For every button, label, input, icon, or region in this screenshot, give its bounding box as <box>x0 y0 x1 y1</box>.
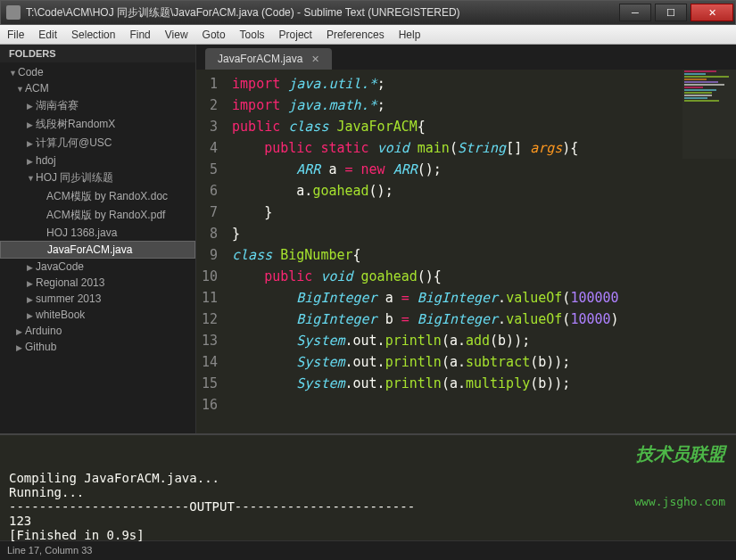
code-line[interactable]: public class JavaForACM{ <box>232 116 619 137</box>
main-area: FOLDERS ▼Code▼ACM▶湖南省赛▶线段树RandomX▶计算几何@U… <box>0 45 736 433</box>
code-line[interactable]: BigInteger b = BigInteger.valueOf(10000) <box>232 309 619 330</box>
chevron-right-icon[interactable]: ▶ <box>27 263 36 272</box>
menu-edit[interactable]: Edit <box>38 29 57 41</box>
menu-find[interactable]: Find <box>129 29 150 41</box>
tree-label: HOJ 1368.java <box>46 226 117 239</box>
menu-selection[interactable]: Selection <box>71 29 115 41</box>
tree-item[interactable]: ▶hdoj <box>0 152 195 169</box>
minimap-line <box>684 76 729 78</box>
chevron-right-icon[interactable]: ▶ <box>27 102 36 111</box>
line-number: 16 <box>202 394 218 416</box>
tree-item[interactable]: ▼Code <box>0 64 195 80</box>
tree-label: ACM <box>25 82 49 95</box>
tree-item[interactable]: ▼ACM <box>0 80 195 96</box>
tree-label: Arduino <box>25 325 62 337</box>
code-line[interactable]: } <box>232 223 619 244</box>
tree-item[interactable]: HOJ 1368.java <box>0 225 195 241</box>
tree-item[interactable]: ▶Arduino <box>0 323 195 339</box>
tree-item[interactable]: ▶JavaCode <box>0 259 195 275</box>
chevron-down-icon[interactable]: ▼ <box>16 85 25 94</box>
tree-label: ACM模版 by RandoX.pdf <box>46 209 165 221</box>
line-number: 15 <box>202 373 218 394</box>
titlebar: T:\Code\ACM\HOJ 同步训练题\JavaForACM.java (C… <box>0 0 736 25</box>
close-icon[interactable]: ✕ <box>311 54 319 65</box>
maximize-button[interactable]: ☐ <box>655 4 687 21</box>
tree-item[interactable]: ▶湖南省赛 <box>0 96 195 115</box>
code-line[interactable]: System.out.println(a.multiply(b)); <box>232 373 619 394</box>
chevron-right-icon[interactable]: ▶ <box>27 311 36 320</box>
tree-item[interactable]: JavaForACM.java <box>0 241 195 259</box>
tree-label: HOJ 同步训练题 <box>36 171 113 184</box>
code-line[interactable]: public void goahead(){ <box>232 266 619 287</box>
menu-view[interactable]: View <box>165 29 188 41</box>
minimap-line <box>684 73 706 75</box>
chevron-right-icon[interactable]: ▶ <box>27 139 36 148</box>
tree-item[interactable]: ▼HOJ 同步训练题 <box>0 169 195 187</box>
tree-item[interactable]: ▶计算几何@USC <box>0 134 195 152</box>
minimap-line <box>684 100 719 102</box>
tree-item[interactable]: ▶summer 2013 <box>0 291 195 307</box>
code-editor[interactable]: 12345678910111213141516 import java.util… <box>196 70 736 433</box>
code-line[interactable]: import java.util.*; <box>232 73 619 95</box>
tree-label: Github <box>25 341 56 353</box>
chevron-right-icon[interactable]: ▶ <box>27 157 36 166</box>
menu-file[interactable]: File <box>7 29 24 41</box>
tree-item[interactable]: ACM模版 by RandoX.doc <box>0 187 195 206</box>
chevron-right-icon[interactable]: ▶ <box>27 120 36 129</box>
code-line[interactable]: } <box>232 202 619 223</box>
line-number: 6 <box>202 180 218 202</box>
menu-preferences[interactable]: Preferences <box>327 29 385 41</box>
tree-label: hdoj <box>36 154 56 167</box>
tab-label: JavaForACM.java <box>218 53 302 65</box>
tree-label: summer 2013 <box>36 292 101 305</box>
code-line[interactable]: System.out.println(a.subtract(b)); <box>232 351 619 373</box>
chevron-down-icon[interactable]: ▼ <box>9 69 18 78</box>
line-number: 1 <box>202 73 218 95</box>
tree-item[interactable]: ▶Github <box>0 339 195 355</box>
minimap-line <box>684 95 712 96</box>
close-button[interactable]: ✕ <box>691 4 733 21</box>
tree-item[interactable]: ▶Regional 2013 <box>0 275 195 291</box>
sidebar: FOLDERS ▼Code▼ACM▶湖南省赛▶线段树RandomX▶计算几何@U… <box>0 45 196 433</box>
tree-label: 湖南省赛 <box>36 99 79 111</box>
chevron-right-icon[interactable]: ▶ <box>27 279 36 288</box>
tree-label: JavaCode <box>36 260 84 273</box>
code-line[interactable]: ARR a = new ARR(); <box>232 159 619 180</box>
minimap-line <box>684 84 724 86</box>
tree-label: JavaForACM.java <box>47 243 132 256</box>
menu-project[interactable]: Project <box>279 29 312 41</box>
code-line[interactable]: System.out.println(a.add(b)); <box>232 330 619 351</box>
code-text[interactable]: import java.util.*;import java.math.*;pu… <box>227 70 619 433</box>
line-number: 10 <box>202 266 218 287</box>
code-line[interactable]: BigInteger a = BigInteger.valueOf(100000 <box>232 287 619 309</box>
line-number: 7 <box>202 202 218 223</box>
menu-goto[interactable]: Goto <box>203 29 226 41</box>
build-output[interactable]: Compiling JavaForACM.java...Running...--… <box>0 433 736 540</box>
tree-item[interactable]: ▶线段树RandomX <box>0 115 195 134</box>
chevron-right-icon[interactable]: ▶ <box>16 327 25 336</box>
code-line[interactable]: import java.math.*; <box>232 95 619 116</box>
line-number: 5 <box>202 159 218 180</box>
tree-item[interactable]: ▶whiteBook <box>0 307 195 323</box>
tree-item[interactable]: ACM模版 by RandoX.pdf <box>0 206 195 225</box>
console-line: Running... <box>9 485 727 499</box>
chevron-down-icon[interactable]: ▼ <box>27 174 36 183</box>
tab-active[interactable]: JavaForACM.java ✕ <box>205 48 332 70</box>
line-number: 11 <box>202 287 218 309</box>
code-line[interactable]: class BigNumber{ <box>232 244 619 266</box>
chevron-right-icon[interactable]: ▶ <box>27 295 36 304</box>
menu-tools[interactable]: Tools <box>240 29 265 41</box>
code-line[interactable]: public static void main(String[] args){ <box>232 137 619 159</box>
minimap[interactable] <box>682 70 736 159</box>
line-number: 4 <box>202 137 218 159</box>
line-gutter: 12345678910111213141516 <box>196 70 227 433</box>
watermark: 技术员联盟 www.jsgho.com <box>634 414 725 537</box>
console-line: ------------------------OUTPUT----------… <box>9 499 727 514</box>
minimap-line <box>684 70 716 72</box>
watermark-url: www.jsgho.com <box>634 495 725 508</box>
chevron-right-icon[interactable]: ▶ <box>16 343 25 352</box>
watermark-text: 技术员联盟 <box>634 442 725 466</box>
code-line[interactable]: a.goahead(); <box>232 180 619 202</box>
menu-help[interactable]: Help <box>399 29 421 41</box>
minimize-button[interactable]: ─ <box>619 4 651 21</box>
